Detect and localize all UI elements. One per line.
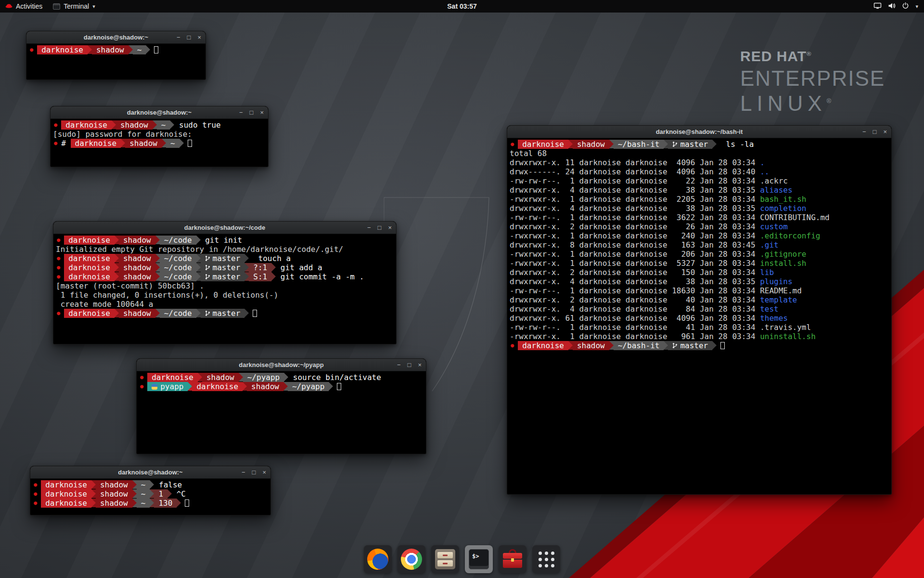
minimize-button[interactable]: − <box>177 34 180 40</box>
clock[interactable]: Sat 03:57 <box>447 2 476 10</box>
close-button[interactable]: × <box>260 109 264 116</box>
terminal-line: -rwxrwxr-x. 1 darknoise darknoise 5327 J… <box>510 259 889 268</box>
terminal-line: ●darknoiseshadow~/code git init <box>56 236 394 245</box>
prompt-segment: shadow <box>119 236 155 245</box>
terminal-content[interactable]: ●darknoiseshadow~ <box>26 44 205 79</box>
maximize-button[interactable]: □ <box>252 469 256 475</box>
terminal-app-icon <box>53 3 60 10</box>
minimize-button[interactable]: − <box>239 109 243 116</box>
dock-item-show-apps[interactable] <box>532 545 560 573</box>
powerline-arrow <box>568 140 573 148</box>
prompt-segment: darknoise <box>64 236 115 245</box>
prompt-segment: darknoise <box>37 45 88 54</box>
terminal-line: -rwxrwxr-x. 1 darknoise darknoise 206 Ja… <box>510 250 889 259</box>
activities-button[interactable]: Activities <box>0 0 48 13</box>
terminal-text: total 68 <box>510 149 547 158</box>
powerline-arrow <box>243 382 247 391</box>
prompt-segment: shadow <box>573 140 609 149</box>
minimize-button[interactable]: − <box>367 224 371 231</box>
minimize-button[interactable]: − <box>242 469 245 475</box>
redhat-prompt-icon: ● <box>140 382 143 391</box>
redhat-prompt-icon: ● <box>34 499 37 508</box>
terminal-cursor <box>188 140 192 147</box>
maximize-button[interactable]: □ <box>250 109 254 116</box>
redhat-prompt-icon: ● <box>511 341 514 350</box>
powerline-arrow <box>150 489 154 498</box>
dock-item-firefox[interactable] <box>364 545 392 573</box>
app-menu-terminal[interactable]: Terminal ▾ <box>48 0 100 13</box>
terminal-content[interactable]: ●darknoiseshadow~ sudo true[sudo] passwo… <box>51 119 268 167</box>
maximize-button[interactable]: □ <box>187 34 191 40</box>
terminal-line: drwxrwxr-x. 4 darknoise darknoise 38 Jan… <box>510 277 889 286</box>
registered-mark: ® <box>807 50 812 57</box>
terminal-text: -rwxrwxr-x. 1 darknoise darknoise 961 Ja… <box>510 332 760 341</box>
terminal-text: drwxrwxr-x. 4 darknoise darknoise 84 Jan… <box>510 304 760 314</box>
terminal-text: drwxrwxr-x. 2 darknoise darknoise 26 Jan… <box>510 222 760 231</box>
close-button[interactable]: × <box>388 224 392 231</box>
terminal-content[interactable]: ●darknoiseshadow~/pyapp source bin/activ… <box>137 371 426 454</box>
terminal-line: ●darknoiseshadow~ <box>29 45 203 54</box>
minimize-button[interactable]: − <box>397 362 401 368</box>
terminal-window-home-2: darknoise@shadow:~ − □ × ●darknoiseshado… <box>30 466 271 515</box>
prompt-segment: darknoise <box>64 254 115 263</box>
maximize-button[interactable]: □ <box>378 224 382 231</box>
terminal-line: create mode 100644 a <box>56 300 394 309</box>
powerline-arrow <box>271 272 276 281</box>
terminal-content[interactable]: ●darknoiseshadow~/bash-itmaster ls -lato… <box>507 138 891 494</box>
powerline-arrow <box>177 499 181 507</box>
prompt-segment: master <box>201 263 245 272</box>
system-menu[interactable]: ▾ <box>869 0 923 13</box>
drawer-graphic <box>437 552 453 558</box>
prompt-segment: darknoise <box>41 499 91 508</box>
powerline-arrow <box>112 120 116 129</box>
dock-item-toolbox[interactable] <box>499 545 526 573</box>
terminal-text: template <box>760 295 797 304</box>
terminal-window-home-1: darknoise@shadow:~ − □ × ●darknoiseshado… <box>26 31 206 80</box>
maximize-button[interactable]: □ <box>408 362 411 368</box>
terminal-text: drwxrwxr-x. 2 darknoise darknoise 150 Ja… <box>510 268 760 277</box>
terminal-line: drwxrwxr-x. 2 darknoise darknoise 40 Jan… <box>510 295 889 304</box>
terminal-text: # <box>61 139 70 148</box>
powerline-arrow <box>609 140 614 148</box>
display-icon <box>873 2 882 11</box>
window-titlebar[interactable]: darknoise@shadow:~/pyapp − □ × <box>137 359 426 371</box>
prompt-segment: shadow <box>125 139 162 148</box>
terminal-line: [master (root-commit) 50bcb63] . <box>56 281 394 290</box>
close-button[interactable]: × <box>883 129 887 135</box>
terminal-window-pyapp: darknoise@shadow:~/pyapp − □ × ●darknois… <box>136 358 426 454</box>
powerline-arrow <box>115 309 119 317</box>
window-titlebar[interactable]: darknoise@shadow:~ − □ × <box>51 106 268 119</box>
powerline-arrow <box>284 373 288 381</box>
powerline-arrow <box>91 499 96 507</box>
terminal-window-sudo: darknoise@shadow:~ − □ × ●darknoiseshado… <box>50 106 269 167</box>
window-titlebar[interactable]: darknoise@shadow:~ − □ × <box>30 466 270 479</box>
terminal-text: sudo true <box>174 120 220 130</box>
powerline-arrow <box>162 139 166 147</box>
prompt-segment: master <box>201 309 245 318</box>
minimize-button[interactable]: − <box>862 129 866 135</box>
dock-item-terminal[interactable]: $> <box>465 545 493 573</box>
close-button[interactable]: × <box>418 362 422 368</box>
window-titlebar[interactable]: darknoise@shadow:~ − □ × <box>26 31 205 44</box>
terminal-content[interactable]: ●darknoiseshadow~ false●darknoiseshadow~… <box>30 479 270 515</box>
window-titlebar[interactable]: darknoise@shadow:~/code − □ × <box>53 222 396 234</box>
terminal-text: drwxrwxr-x. 4 darknoise darknoise 38 Jan… <box>510 204 760 213</box>
close-button[interactable]: × <box>197 34 201 40</box>
redhat-prompt-icon: ● <box>34 480 37 489</box>
dock-item-files[interactable] <box>431 545 459 573</box>
terminal-text: custom <box>760 222 788 231</box>
dock-item-chrome[interactable] <box>398 545 425 573</box>
close-button[interactable]: × <box>262 469 266 475</box>
terminal-line: drwxrwxr-x. 61 darknoise darknoise 4096 … <box>510 314 889 323</box>
maximize-button[interactable]: □ <box>873 129 877 135</box>
top-bar: Activities Terminal ▾ Sat 03:57 ▾ <box>0 0 924 13</box>
terminal-line: ●darknoiseshadow~/codemaster?:1 git add … <box>56 263 394 272</box>
powerline-arrow <box>91 480 96 489</box>
powerline-arrow <box>115 263 119 272</box>
powerline-arrow <box>239 373 243 381</box>
window-controls: − □ × <box>177 31 201 43</box>
powerline-arrow <box>568 341 573 350</box>
terminal-text: touch a <box>249 254 291 263</box>
window-titlebar[interactable]: darknoise@shadow:~/bash-it − □ × <box>507 126 891 138</box>
terminal-content[interactable]: ●darknoiseshadow~/code git initInitializ… <box>53 234 396 344</box>
